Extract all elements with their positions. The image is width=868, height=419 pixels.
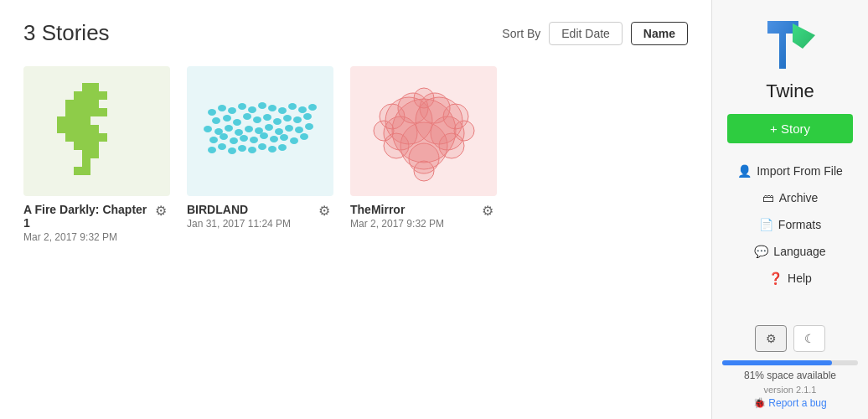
svg-point-72 — [240, 135, 248, 142]
story-card-info-birdland: BIRDLAND Jan 31, 2017 11:24 PM ⚙ — [187, 203, 333, 230]
new-story-button[interactable]: + Story — [727, 114, 853, 143]
svg-rect-2 — [74, 91, 82, 100]
svg-point-73 — [250, 137, 258, 143]
dark-theme-button[interactable]: ☾ — [793, 325, 825, 352]
space-available-label: 81% space available — [744, 370, 836, 381]
sidebar-menu: 👤 Import From File 🗃 Archive 📄 Formats 💬… — [712, 158, 868, 291]
story-card-birdland[interactable]: BIRDLAND Jan 31, 2017 11:24 PM ⚙ — [187, 66, 333, 243]
svg-rect-25 — [74, 133, 82, 142]
sidebar-item-import[interactable]: 👤 Import From File — [712, 158, 868, 184]
storage-progress-bar — [722, 360, 858, 365]
svg-rect-4 — [90, 91, 99, 100]
story-card-the-mirror[interactable]: TheMirror Mar 2, 2017 9:32 PM ⚙ — [350, 66, 497, 243]
svg-rect-8 — [82, 100, 90, 108]
svg-point-40 — [238, 103, 246, 110]
svg-rect-35 — [74, 167, 82, 175]
storage-progress-fill — [722, 360, 832, 365]
svg-rect-32 — [82, 150, 90, 158]
svg-point-80 — [218, 143, 226, 150]
story-card-fire-darkly[interactable]: A Fire Darkly: Chapter 1 Mar 2, 2017 9:3… — [23, 66, 170, 243]
sort-edit-date-button[interactable]: Edit Date — [549, 22, 623, 45]
version-label: version 2.1.1 — [764, 385, 817, 395]
svg-point-41 — [248, 106, 256, 113]
sidebar-item-formats-label: Formats — [778, 218, 821, 231]
svg-rect-14 — [99, 108, 107, 116]
report-bug-link[interactable]: 🐞 Report a bug — [753, 397, 826, 409]
svg-point-56 — [293, 116, 302, 123]
story-settings-birdland[interactable]: ⚙ — [315, 201, 333, 220]
svg-point-48 — [212, 117, 220, 124]
svg-rect-17 — [74, 116, 82, 125]
story-card-text-birdland: BIRDLAND Jan 31, 2017 11:24 PM — [187, 203, 315, 230]
svg-rect-15 — [57, 116, 65, 125]
sort-name-button[interactable]: Name — [631, 22, 688, 45]
stories-grid: A Fire Darkly: Chapter 1 Mar 2, 2017 9:3… — [23, 66, 688, 243]
svg-rect-3 — [82, 91, 90, 100]
report-bug-text: Report a bug — [768, 397, 826, 409]
svg-rect-12 — [82, 108, 90, 116]
svg-point-44 — [278, 107, 287, 114]
svg-point-37 — [208, 109, 216, 116]
svg-point-79 — [208, 147, 216, 153]
svg-point-55 — [283, 115, 292, 122]
sidebar-item-archive[interactable]: 🗃 Archive — [712, 185, 868, 210]
page-title: 3 Stories — [23, 20, 110, 46]
svg-rect-21 — [74, 125, 82, 133]
svg-rect-7 — [74, 100, 82, 108]
app-name: Twine — [766, 80, 814, 102]
svg-point-65 — [275, 128, 283, 135]
svg-point-39 — [228, 107, 236, 114]
theme-buttons: ⚙ ☾ — [755, 325, 825, 352]
svg-point-70 — [220, 133, 228, 140]
svg-point-66 — [285, 125, 293, 132]
light-theme-button[interactable]: ⚙ — [755, 325, 787, 352]
sidebar: Twine + Story 👤 Import From File 🗃 Archi… — [711, 0, 868, 419]
svg-rect-33 — [90, 150, 99, 158]
story-thumbnail-the-mirror — [350, 66, 497, 196]
svg-point-62 — [245, 126, 253, 132]
dark-theme-icon: ☾ — [804, 332, 815, 345]
sidebar-item-help-label: Help — [788, 272, 812, 285]
svg-point-50 — [233, 119, 241, 126]
svg-point-82 — [238, 145, 246, 152]
app-logo — [761, 17, 819, 75]
svg-point-38 — [218, 105, 226, 111]
story-name-the-mirror: TheMirror — [350, 203, 478, 216]
sort-controls: Sort By Edit Date Name — [502, 22, 688, 45]
svg-point-100 — [374, 121, 394, 141]
story-card-info-fire-darkly: A Fire Darkly: Chapter 1 Mar 2, 2017 9:3… — [23, 203, 170, 243]
sidebar-item-help[interactable]: ❓ Help — [712, 266, 868, 291]
svg-point-78 — [300, 133, 308, 140]
sidebar-item-archive-label: Archive — [779, 191, 819, 204]
language-icon: 💬 — [754, 245, 768, 258]
svg-point-51 — [243, 113, 251, 120]
sidebar-item-language[interactable]: 💬 Language — [712, 239, 868, 264]
svg-rect-13 — [90, 108, 99, 116]
svg-point-47 — [308, 104, 317, 111]
svg-point-74 — [260, 132, 268, 139]
main-content: 3 Stories Sort By Edit Date Name — [0, 0, 711, 419]
svg-point-53 — [263, 114, 271, 121]
story-card-text-fire-darkly: A Fire Darkly: Chapter 1 Mar 2, 2017 9:3… — [23, 203, 152, 243]
story-date-the-mirror: Mar 2, 2017 9:32 PM — [350, 218, 478, 230]
svg-rect-5 — [99, 91, 107, 100]
svg-point-42 — [258, 102, 266, 109]
story-date-birdland: Jan 31, 2017 11:24 PM — [187, 218, 315, 230]
sidebar-item-formats[interactable]: 📄 Formats — [712, 212, 868, 237]
svg-rect-11 — [74, 108, 82, 116]
story-settings-the-mirror[interactable]: ⚙ — [478, 201, 497, 220]
story-card-text-the-mirror: TheMirror Mar 2, 2017 9:32 PM — [350, 203, 478, 230]
sidebar-item-language-label: Language — [773, 245, 825, 258]
story-card-info-the-mirror: TheMirror Mar 2, 2017 9:32 PM ⚙ — [350, 203, 497, 230]
svg-rect-23 — [90, 125, 99, 133]
svg-point-101 — [454, 121, 474, 141]
story-settings-fire-darkly[interactable]: ⚙ — [152, 201, 170, 220]
svg-rect-6 — [65, 100, 74, 108]
sidebar-item-import-label: Import From File — [757, 164, 843, 178]
svg-point-57 — [303, 113, 312, 120]
svg-rect-34 — [82, 158, 90, 167]
import-icon: 👤 — [737, 164, 752, 178]
svg-point-86 — [278, 144, 287, 151]
help-icon: ❓ — [768, 272, 783, 285]
story-name-fire-darkly: A Fire Darkly: Chapter 1 — [23, 203, 152, 230]
